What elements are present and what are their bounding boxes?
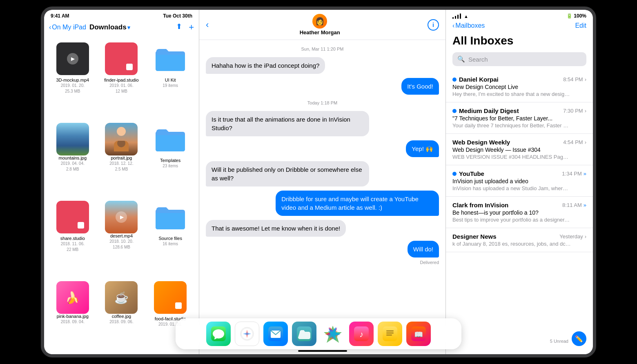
file-name-templates: Templates: [160, 158, 180, 163]
play-icon: ▶: [67, 53, 78, 64]
mail-subject-2: "7 Techniques for Better, Faster Layer..…: [452, 115, 586, 122]
files-back-button[interactable]: ‹ On My iPad: [49, 24, 86, 31]
file-icon-studio: [105, 42, 138, 75]
file-meta-3d: 2019. 01. 20.25.3 MB: [61, 83, 85, 94]
file-name-portrait: portrait.jpg: [111, 155, 132, 161]
file-item-coffee[interactable]: ☕ coffee.jpg 2018. 09. 06.: [98, 278, 145, 351]
file-name-desert: desert.mp4: [110, 233, 133, 239]
app-dock: ♪: [176, 318, 461, 349]
mail-list: Daniel Korpai 8:54 PM › New Design Conce…: [446, 71, 593, 354]
dock-item-mail[interactable]: [263, 322, 288, 346]
files-nav: ‹ On My iPad Downloads ▾ ⬆ +: [44, 20, 199, 36]
file-icon-desert: ▶: [105, 201, 138, 233]
dock-item-messages[interactable]: [206, 322, 231, 346]
dock-item-photos[interactable]: [321, 322, 345, 346]
mail-item-youtube[interactable]: YouTube 1:34 PM » InVision just uploaded…: [446, 165, 593, 197]
music-icon: ♪: [354, 326, 369, 341]
mail-item-medium[interactable]: Medium Daily Digest 7:30 PM › "7 Techniq…: [446, 102, 593, 134]
file-name-mountains: mountains.jpg: [59, 155, 87, 161]
file-icon-mountain: [56, 123, 89, 155]
dock-item-books[interactable]: 📖: [406, 322, 431, 346]
file-item-source-files[interactable]: Source files 16 items: [147, 198, 194, 276]
file-item-3d-mockup[interactable]: ▶ 3D-mockup.mp4 2019. 01. 20.25.3 MB: [49, 39, 96, 118]
compose-icon: ✏️: [575, 335, 583, 343]
file-item-finder-ipad[interactable]: finder-ipad.studio 2019. 01. 06.12 MB: [98, 39, 145, 118]
svg-text:📖: 📖: [414, 330, 423, 339]
mail-preview-1: Hey there, I'm excited to share that a n…: [452, 91, 571, 97]
dock-item-safari[interactable]: [235, 322, 259, 346]
mail-edit-button[interactable]: Edit: [575, 22, 586, 29]
mail-preview-5: Best tips to improve your portfolio as a…: [452, 217, 571, 223]
file-item-desert[interactable]: ▶ desert.mp4 2018. 10. 20.128.6 MB: [98, 198, 145, 276]
file-meta-uikit: 19 items: [163, 83, 178, 89]
files-icon: [297, 326, 312, 341]
mail-sender-4: YouTube: [452, 170, 484, 177]
message-bubble-4: Yep! 🙌: [406, 140, 439, 157]
dock-item-music[interactable]: ♪: [349, 322, 374, 346]
mail-item-header-5: Clark from InVision 8:11 AM »: [452, 202, 586, 209]
files-time: 9:41 AM: [51, 13, 69, 19]
unread-dot-2: [452, 109, 457, 113]
dock-icon-messages: [206, 322, 231, 346]
files-grid: ▶ 3D-mockup.mp4 2019. 01. 20.25.3 MB fin…: [44, 36, 199, 354]
dock-icon-books: 📖: [406, 322, 431, 346]
file-name-source: Source files: [158, 236, 182, 241]
mail-back-button[interactable]: ‹ Mailboxes: [452, 22, 485, 29]
chevron-right-icon-3: ›: [585, 139, 586, 145]
mail-item-daniel[interactable]: Daniel Korpai 8:54 PM › New Design Conce…: [446, 71, 593, 102]
compose-button[interactable]: ✏️: [572, 331, 586, 346]
mail-search[interactable]: 🔍 Search: [452, 52, 586, 66]
safari-icon: [240, 326, 254, 341]
files-panel: 9:41 AM Tue Oct 30th ‹ On My iPad Downlo…: [44, 10, 199, 354]
chevron-right-icon-1: ›: [585, 76, 586, 82]
messages-back-button[interactable]: ‹: [206, 20, 209, 30]
file-icon-coffee: ☕: [105, 281, 138, 314]
all-inboxes-title: All Inboxes: [446, 33, 593, 52]
contact-info-button[interactable]: i: [428, 19, 439, 31]
mail-sender-6: Designer News: [452, 233, 497, 240]
message-time-2: Today 1:18 PM: [206, 100, 439, 105]
mail-item-webdesign[interactable]: Web Design Weekly 4:54 PM › Web Design W…: [446, 134, 593, 165]
file-meta-coffee: 2018. 09. 06.: [109, 319, 133, 325]
mail-item-designer-news[interactable]: Designer News Yesterday › k of January 8…: [446, 228, 593, 252]
files-date: Tue Oct 30th: [163, 13, 192, 19]
chevron-right-icon-6: ›: [585, 233, 586, 240]
file-name-3d: 3D-mockup.mp4: [56, 78, 89, 83]
dock-item-notes[interactable]: [378, 322, 402, 346]
add-icon[interactable]: +: [189, 22, 194, 33]
wifi-icon: ▲: [464, 14, 468, 19]
mail-subject-4: InVision just uploaded a video: [452, 178, 586, 184]
mail-preview-6: k of January 8, 2018 es, resources, jobs…: [452, 241, 571, 247]
svg-rect-14: [386, 335, 392, 335]
file-item-share-studio[interactable]: share.studio 2018. 11. 06.22 MB: [49, 198, 96, 276]
mail-sender-3: Web Design Weekly: [452, 139, 510, 146]
signal-bar-1: [452, 17, 454, 19]
file-item-mountains[interactable]: mountains.jpg 2019. 04. 04.2.8 MB: [49, 120, 96, 196]
panels: 9:41 AM Tue Oct 30th ‹ On My iPad Downlo…: [44, 10, 593, 354]
messages-scroll[interactable]: Sun, Mar 11 1:20 PM Hahaha how is the iP…: [199, 40, 445, 348]
message-bubble-6: Dribbble for sure and maybe will create …: [276, 191, 439, 216]
dock-item-files[interactable]: [292, 322, 316, 346]
file-item-ui-kit[interactable]: UI Kit 19 items: [147, 39, 194, 118]
mail-item-header-3: Web Design Weekly 4:54 PM ›: [452, 139, 586, 146]
notes-icon: [383, 326, 397, 341]
message-bubble-1: Hahaha how is the iPad concept doing?: [206, 57, 325, 74]
delivered-label: Delivered: [206, 260, 439, 265]
file-icon-folder: [154, 42, 187, 75]
dock-icon-notes: [378, 322, 402, 346]
file-item-portrait[interactable]: portrait.jpg 2018. 12. 12.2.5 MB: [98, 120, 145, 196]
signal-bar-3: [457, 15, 459, 19]
mail-chevron-left: ‹: [452, 22, 454, 29]
file-icon-banana: 🍌: [56, 281, 89, 314]
share-icon[interactable]: ⬆: [176, 22, 182, 33]
file-item-pink-banana[interactable]: 🍌 pink-banana.jpg 2018. 09. 04.: [49, 278, 96, 351]
message-bubble-8: Will do!: [408, 241, 439, 257]
dock-icon-photos: [321, 322, 345, 346]
mail-subject-5: Be honest—is your portfolio a 10?: [452, 209, 586, 216]
mail-battery: 🔋 100%: [566, 13, 586, 19]
file-name-uikit: UI Kit: [165, 78, 176, 83]
chevron-left-icon: ‹: [49, 24, 51, 31]
message-bubble-2: It's Good!: [401, 78, 439, 95]
mail-item-clark[interactable]: Clark from InVision 8:11 AM » Be honest—…: [446, 197, 593, 228]
file-item-templates[interactable]: Templates 23 items: [147, 120, 194, 196]
